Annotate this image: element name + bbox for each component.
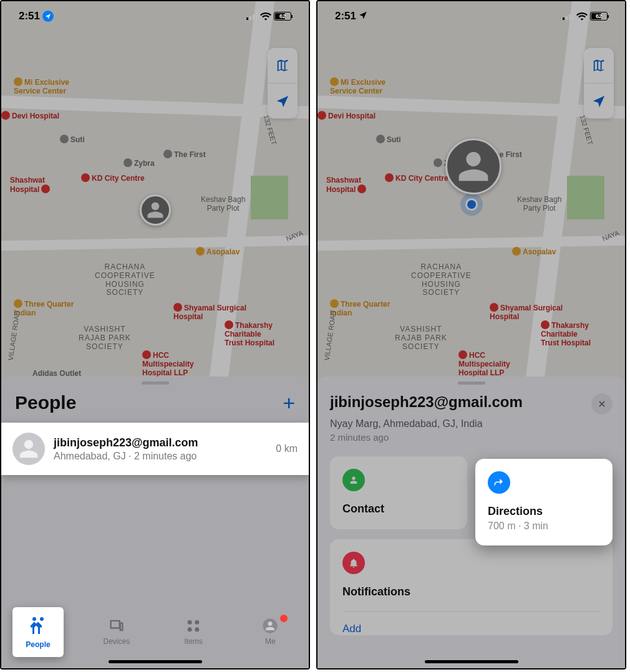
tab-items[interactable]: Items	[155, 608, 232, 668]
avatar-icon	[12, 433, 45, 465]
status-bar: 2:51 62	[1, 1, 309, 31]
wifi-icon	[576, 12, 588, 21]
home-indicator[interactable]	[425, 660, 518, 663]
directions-card[interactable]: Directions 700 m · 3 min	[475, 459, 613, 545]
directions-title: Directions	[488, 505, 600, 518]
tab-people[interactable]: People	[12, 607, 64, 657]
svg-point-6	[188, 627, 192, 631]
person-subtitle: Ahmedabad, GJ · 2 minutes ago	[54, 451, 276, 462]
directions-icon	[488, 471, 510, 494]
directions-subtitle: 700 m · 3 min	[488, 521, 600, 532]
location-services-icon	[359, 10, 367, 22]
svg-rect-0	[246, 17, 248, 20]
svg-rect-3	[256, 12, 258, 20]
status-bar: 2:51 62	[317, 1, 625, 31]
dim-overlay	[317, 1, 625, 668]
wifi-icon	[260, 12, 271, 21]
svg-rect-11	[563, 17, 565, 20]
svg-point-9	[32, 617, 36, 621]
svg-point-10	[40, 617, 44, 621]
phone-left: 2:51 62 Mi Exclusive Service Center Devi…	[0, 0, 310, 670]
svg-rect-12	[566, 16, 568, 20]
svg-point-7	[195, 627, 199, 631]
svg-point-5	[195, 620, 199, 625]
home-indicator[interactable]	[109, 660, 202, 663]
svg-rect-2	[253, 14, 254, 20]
person-name: jibinjoseph223@gmail.com	[54, 436, 276, 449]
location-services-icon	[42, 11, 54, 22]
svg-rect-1	[250, 16, 251, 20]
badge-dot	[280, 615, 288, 622]
tab-devices[interactable]: Devices	[78, 608, 155, 668]
svg-rect-14	[572, 12, 574, 20]
tab-me[interactable]: Me	[232, 608, 309, 668]
person-row[interactable]: jibinjoseph223@gmail.com Ahmedabad, GJ ·…	[1, 423, 309, 475]
person-distance: 0 km	[276, 443, 298, 454]
svg-point-4	[188, 620, 192, 625]
battery-icon: 62	[274, 12, 291, 21]
svg-rect-13	[569, 14, 571, 20]
battery-icon: 62	[590, 12, 608, 21]
status-time: 2:51	[19, 10, 40, 22]
phone-right: 2:51 62 Mi Exclusive Service Center Devi…	[316, 0, 626, 670]
dim-overlay	[1, 1, 309, 668]
cellular-icon	[563, 12, 574, 20]
cellular-icon	[246, 12, 258, 20]
status-time: 2:51	[335, 10, 356, 22]
